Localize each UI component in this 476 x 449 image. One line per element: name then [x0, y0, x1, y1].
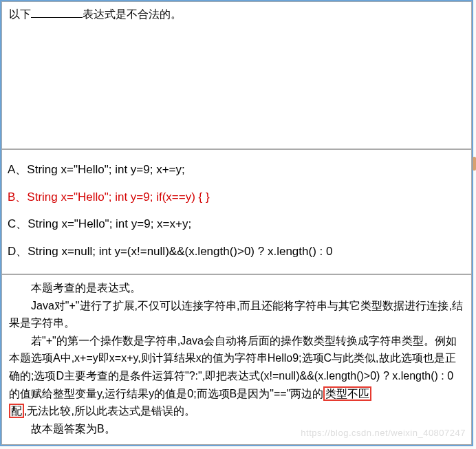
blank-underline	[31, 7, 83, 18]
explanation-panel: 本题考查的是表达式。 Java对"+"进行了扩展,不仅可以连接字符串,而且还能将…	[1, 274, 472, 445]
question-stem-panel: 以下表达式是不合法的。	[1, 1, 472, 149]
option-a[interactable]: A、String x="Hello"; int y=9; x+=y;	[8, 161, 466, 179]
option-b[interactable]: B、String x="Hello"; int y=9; if(x==y) { …	[8, 188, 466, 206]
explain-line-3: 若"+"的第一个操作数是字符串,Java会自动将后面的操作数类型转换成字符串类型…	[9, 332, 464, 402]
explain-line-3b: 配,无法比较,所以此表达式是错误的。	[9, 402, 464, 420]
question-prefix: 以下	[9, 8, 31, 20]
explain-line-4: 故本题答案为B。	[9, 420, 464, 438]
question-suffix: 表达式是不合法的。	[83, 8, 182, 20]
option-d[interactable]: D、String x=null; int y=(x!=null)&&(x.len…	[8, 243, 466, 261]
explain-line-1: 本题考查的是表达式。	[9, 279, 464, 297]
options-panel: A、String x="Hello"; int y=9; x+=y; B、Str…	[1, 149, 472, 274]
explain-line-2: Java对"+"进行了扩展,不仅可以连接字符串,而且还能将字符串与其它类型数据进…	[9, 297, 464, 332]
explain-3b: ,无法比较,所以此表达式是错误的。	[24, 405, 195, 417]
scroll-indicator	[473, 157, 476, 171]
highlight-type-mismatch-2: 配	[9, 404, 24, 418]
question-document: 以下表达式是不合法的。 A、String x="Hello"; int y=9;…	[0, 0, 473, 446]
explain-3a: 若"+"的第一个操作数是字符串,Java会自动将后面的操作数类型转换成字符串类型…	[9, 335, 457, 399]
highlight-type-mismatch-1: 类型不匹	[323, 386, 371, 401]
option-c[interactable]: C、String x="Hello"; int y=9; x=x+y;	[8, 215, 466, 233]
